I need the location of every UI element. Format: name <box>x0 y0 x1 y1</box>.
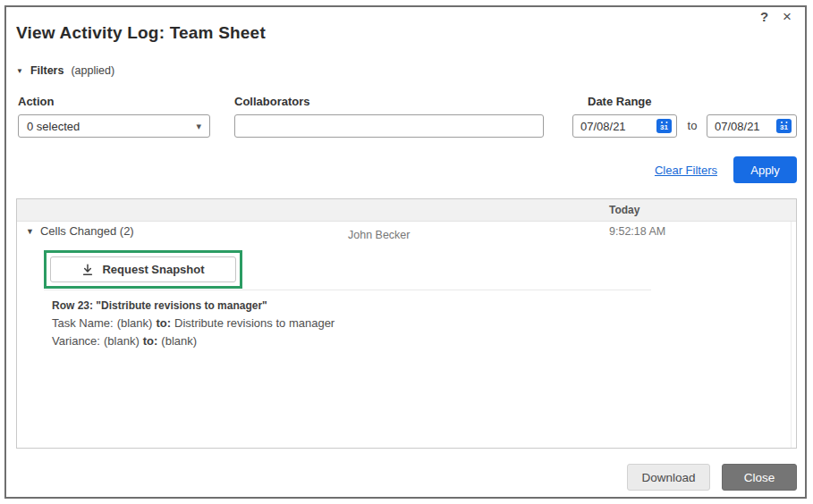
log-entry-time: 9:52:18 AM <box>609 225 665 238</box>
clear-filters-link[interactable]: Clear Filters <box>655 164 717 177</box>
action-select[interactable]: 0 selected ▾ <box>18 114 210 138</box>
collaborators-input[interactable] <box>234 114 544 138</box>
day-header: Today <box>609 204 639 216</box>
detail-separator <box>44 290 651 290</box>
date-to-value: 07/08/21 <box>715 120 760 133</box>
date-range-to-label: to <box>682 119 702 132</box>
change-to: Distribute revisions to manager <box>174 316 335 330</box>
activity-log-dialog: ? × View Activity Log: Team Sheet ▼ Filt… <box>4 5 807 499</box>
scrollbar-track[interactable] <box>791 222 796 448</box>
chevron-down-icon: ▼ <box>26 227 34 236</box>
change-line: Task Name:(blank)to:Distribute revisions… <box>52 316 338 330</box>
request-snapshot-label: Request Snapshot <box>102 263 204 276</box>
log-entry-expander[interactable]: ▼ Cells Changed (2) <box>26 224 134 238</box>
collaborators-label: Collaborators <box>234 95 310 108</box>
page-title: View Activity Log: Team Sheet <box>16 23 266 43</box>
date-from-field[interactable]: 07/08/21 31 <box>572 114 677 138</box>
filters-expander[interactable]: ▼ Filters (applied) <box>16 64 114 77</box>
change-to-label: to: <box>156 316 171 330</box>
chevron-down-icon: ▼ <box>16 67 23 75</box>
log-entry-title: Cells Changed (2) <box>40 224 134 238</box>
change-to: (blank) <box>161 334 197 348</box>
download-button[interactable]: Download <box>627 464 710 491</box>
change-row-header: Row 23: "Distribute revisions to manager… <box>52 299 267 312</box>
filters-status: (applied) <box>71 64 114 77</box>
date-from-value: 07/08/21 <box>580 120 626 133</box>
log-entry-user: John Becker <box>348 229 410 241</box>
activity-log-panel: Today ▼ Cells Changed (2) John Becker 9:… <box>16 198 797 449</box>
date-range-label: Date Range <box>588 95 652 108</box>
change-line: Variance:(blank)to:(blank) <box>52 334 200 348</box>
chevron-down-icon: ▾ <box>196 121 201 132</box>
change-from: (blank) <box>117 316 153 330</box>
window-controls: ? × <box>760 9 792 24</box>
calendar-icon[interactable]: 31 <box>776 119 792 133</box>
date-to-field[interactable]: 07/08/21 31 <box>707 114 797 138</box>
filter-actions: Clear Filters Apply <box>655 156 797 183</box>
change-from: (blank) <box>104 334 140 348</box>
change-field: Task Name: <box>52 316 114 330</box>
change-to-label: to: <box>143 334 158 348</box>
footer-actions: Download Close <box>627 464 797 491</box>
action-label: Action <box>18 95 54 108</box>
help-icon[interactable]: ? <box>760 9 768 24</box>
request-snapshot-button[interactable]: Request Snapshot <box>50 256 236 282</box>
highlight-box: Request Snapshot <box>44 250 242 289</box>
calendar-icon[interactable]: 31 <box>656 119 672 133</box>
close-button[interactable]: Close <box>722 464 797 491</box>
filters-label: Filters <box>30 64 64 77</box>
action-select-value: 0 selected <box>27 120 80 133</box>
close-icon[interactable]: × <box>783 9 792 24</box>
apply-button[interactable]: Apply <box>733 156 797 183</box>
download-icon <box>81 264 94 276</box>
log-day-header-row: Today <box>17 199 796 222</box>
change-field: Variance: <box>52 334 100 348</box>
